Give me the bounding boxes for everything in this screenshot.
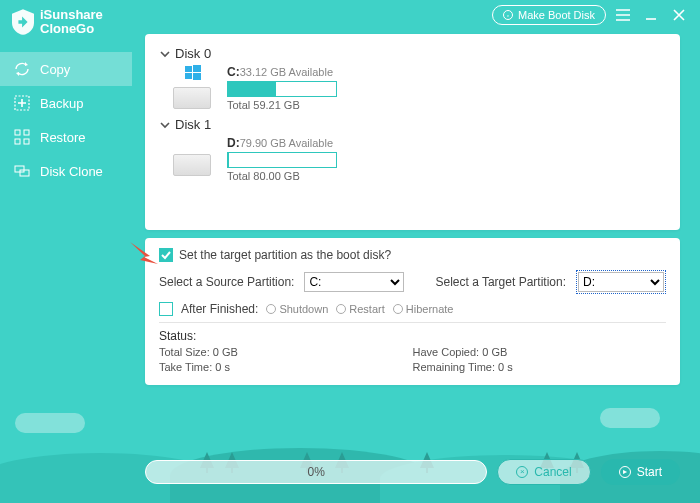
make-boot-disk-button[interactable]: ◦ Make Boot Disk (492, 5, 606, 25)
minimize-button[interactable] (640, 4, 662, 26)
options-panel: Set the target partition as the boot dis… (145, 238, 680, 385)
disk0-header[interactable]: Disk 0 (159, 46, 666, 61)
sidebar-item-copy[interactable]: Copy (0, 52, 132, 86)
svg-rect-10 (193, 73, 201, 80)
svg-rect-9 (185, 73, 192, 79)
sidebar-item-label: Copy (40, 62, 70, 77)
status-title: Status: (159, 329, 666, 343)
status-total-size: Total Size: 0 GB (159, 346, 413, 358)
make-boot-label: Make Boot Disk (518, 9, 595, 21)
svg-rect-3 (15, 139, 20, 144)
drive-icon (173, 154, 211, 176)
cancel-label: Cancel (534, 465, 571, 479)
source-partition-select[interactable]: C: (304, 272, 404, 292)
sidebar-item-backup[interactable]: Backup (0, 86, 132, 120)
disk0-available: 33.12 GB Available (240, 66, 333, 78)
sidebar-item-disk-clone[interactable]: Disk Clone (0, 154, 132, 188)
sidebar-item-label: Backup (40, 96, 83, 111)
progress-bar: 0% (145, 460, 487, 484)
svg-rect-4 (24, 139, 29, 144)
disk0-total: Total 59.21 GB (227, 99, 337, 111)
chevron-down-icon (159, 48, 171, 60)
cancel-button[interactable]: × Cancel (497, 459, 590, 485)
target-partition-select[interactable]: D: (578, 272, 664, 292)
radio-shutdown[interactable]: Shutdown (266, 303, 328, 315)
sidebar-item-label: Disk Clone (40, 164, 103, 179)
sidebar-item-restore[interactable]: Restore (0, 120, 132, 154)
disk0-row: C:33.12 GB Available Total 59.21 GB (173, 65, 666, 111)
disk-clone-icon (14, 163, 30, 179)
drive-icon (173, 87, 211, 109)
status-remaining-time: Remaining Time: 0 s (413, 361, 667, 373)
sidebar-item-label: Restore (40, 130, 86, 145)
svg-rect-7 (185, 66, 192, 72)
copy-icon (14, 61, 30, 77)
close-button[interactable] (668, 4, 690, 26)
backup-icon (14, 95, 30, 111)
source-partition-label: Select a Source Partition: (159, 275, 294, 289)
disk1-total: Total 80.00 GB (227, 170, 337, 182)
target-partition-label: Select a Target Partition: (435, 275, 566, 289)
radio-hibernate[interactable]: Hibernate (393, 303, 454, 315)
svg-rect-1 (15, 130, 20, 135)
pointer-arrow-icon (130, 242, 158, 264)
start-label: Start (637, 465, 662, 479)
disk-icon: ◦ (503, 10, 513, 20)
sidebar: iSunshare CloneGo Copy Backup Restore Di… (0, 0, 132, 503)
menu-button[interactable] (612, 4, 634, 26)
disk1-letter: D: (227, 136, 240, 150)
after-finished-label: After Finished: (181, 302, 258, 316)
svg-rect-2 (24, 130, 29, 135)
start-button[interactable]: ▸ Start (601, 459, 680, 485)
disk0-title: Disk 0 (175, 46, 211, 61)
restore-icon (14, 129, 30, 145)
disk0-usage-bar (227, 81, 337, 97)
disk1-header[interactable]: Disk 1 (159, 117, 666, 132)
svg-rect-8 (193, 65, 201, 72)
start-icon: ▸ (619, 466, 631, 478)
chevron-down-icon (159, 119, 171, 131)
cancel-icon: × (516, 466, 528, 478)
status-have-copied: Have Copied: 0 GB (413, 346, 667, 358)
after-finished-checkbox[interactable] (159, 302, 173, 316)
disk0-letter: C: (227, 65, 240, 79)
status-take-time: Take Time: 0 s (159, 361, 413, 373)
disk1-available: 79.90 GB Available (240, 137, 333, 149)
disks-panel: Disk 0 C:33.12 GB Available Total 59.21 … (145, 34, 680, 230)
radio-restart[interactable]: Restart (336, 303, 384, 315)
windows-icon (185, 65, 201, 81)
disk1-row: D:79.90 GB Available Total 80.00 GB (173, 136, 666, 182)
set-target-boot-checkbox[interactable] (159, 248, 173, 262)
disk1-usage-bar (227, 152, 337, 168)
disk1-title: Disk 1 (175, 117, 211, 132)
set-target-boot-label: Set the target partition as the boot dis… (179, 248, 391, 262)
progress-label: 0% (307, 465, 324, 479)
